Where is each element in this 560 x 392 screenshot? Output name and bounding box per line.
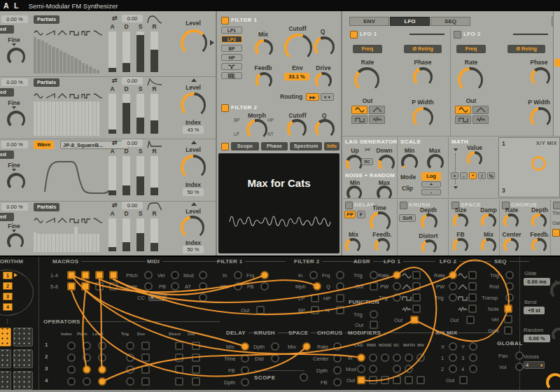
patch-input-jack[interactable] — [393, 293, 401, 302]
patch-output-jack[interactable] — [141, 377, 150, 386]
patch-input-jack[interactable] — [144, 271, 153, 279]
patch-output-jack[interactable] — [109, 282, 118, 290]
patch-output-jack[interactable] — [175, 342, 183, 350]
patch-input-jack[interactable] — [241, 366, 249, 374]
patch-input-jack[interactable] — [393, 365, 401, 373]
patch-input-jack[interactable] — [126, 365, 134, 374]
patch-input-jack[interactable] — [416, 354, 425, 362]
patch-output-jack[interactable] — [175, 377, 183, 386]
patch-input-jack[interactable] — [357, 354, 365, 362]
dropdown[interactable]: 4▾ — [148, 293, 167, 301]
patch-output-jack[interactable] — [192, 354, 200, 362]
knob[interactable] — [552, 328, 560, 342]
patch-input-jack[interactable] — [241, 342, 249, 351]
patch-input-jack[interactable] — [126, 377, 134, 386]
patch-output-jack[interactable] — [141, 342, 150, 350]
patch-input-jack[interactable] — [370, 271, 378, 279]
patch-input-jack[interactable] — [83, 377, 91, 386]
patch-input-jack[interactable] — [333, 366, 342, 374]
patch-input-jack[interactable] — [469, 342, 477, 351]
patch-input-jack[interactable] — [505, 293, 514, 302]
patch-output-jack[interactable] — [95, 282, 104, 290]
patch-output-jack[interactable] — [504, 304, 512, 313]
patch-output-jack[interactable] — [405, 376, 413, 384]
patch-input-jack[interactable] — [67, 365, 76, 374]
patch-output-jack[interactable] — [504, 326, 512, 335]
patch-input-jack[interactable] — [83, 342, 91, 350]
patch-input-jack[interactable] — [393, 271, 401, 279]
patch-input-jack[interactable] — [449, 282, 457, 290]
patch-output-jack[interactable] — [192, 377, 200, 386]
patch-input-jack[interactable] — [381, 354, 389, 362]
patch-input-jack[interactable] — [313, 282, 321, 290]
patch-output-jack[interactable] — [67, 282, 76, 290]
patch-output-jack[interactable] — [357, 376, 365, 384]
patch-input-jack[interactable] — [393, 354, 401, 362]
patch-output-jack[interactable] — [175, 354, 183, 362]
patch-input-jack[interactable] — [505, 282, 514, 290]
knob[interactable] — [546, 373, 560, 391]
patch-input-jack[interactable] — [199, 271, 207, 279]
patch-input-jack[interactable] — [171, 282, 179, 290]
value-box[interactable]: +5 st — [524, 307, 545, 314]
patch-input-jack[interactable] — [515, 363, 524, 371]
value-box[interactable]: 0.00 % — [524, 335, 550, 342]
patch-input-jack[interactable] — [234, 282, 242, 290]
patch-input-jack[interactable] — [98, 365, 106, 374]
patch-input-jack[interactable] — [333, 342, 342, 351]
patch-input-jack[interactable] — [405, 365, 413, 373]
patch-output-jack[interactable] — [412, 293, 421, 302]
patch-output-jack[interactable] — [504, 315, 512, 323]
patch-output-jack[interactable] — [109, 271, 118, 279]
patch-output-jack[interactable] — [412, 304, 421, 313]
patch-input-jack[interactable] — [333, 378, 342, 386]
patch-output-jack[interactable] — [336, 306, 344, 314]
patch-input-jack[interactable] — [505, 271, 514, 279]
patch-input-jack[interactable] — [469, 354, 477, 362]
patch-input-jack[interactable] — [405, 354, 413, 362]
patch-input-jack[interactable] — [449, 271, 457, 279]
patch-output-jack[interactable] — [468, 282, 477, 290]
patch-input-jack[interactable] — [199, 282, 207, 290]
patch-output-jack[interactable] — [336, 294, 344, 302]
patch-output-jack[interactable] — [412, 271, 421, 279]
patch-input-jack[interactable] — [336, 282, 344, 290]
patch-input-jack[interactable] — [369, 354, 377, 362]
patch-input-jack[interactable] — [333, 354, 342, 363]
patch-input-jack[interactable] — [234, 271, 242, 279]
patch-input-jack[interactable] — [98, 354, 106, 362]
patch-output-jack[interactable] — [370, 321, 378, 329]
patch-input-jack[interactable] — [98, 342, 106, 350]
patch-output-jack[interactable] — [466, 316, 475, 324]
patch-input-jack[interactable] — [241, 354, 249, 363]
patch-output-jack[interactable] — [81, 271, 90, 279]
patch-output-jack[interactable] — [381, 376, 389, 384]
patch-output-jack[interactable] — [393, 376, 401, 384]
patch-output-jack[interactable] — [459, 376, 468, 384]
patch-output-jack[interactable] — [311, 306, 319, 314]
patch-output-jack[interactable] — [141, 365, 150, 374]
patch-input-jack[interactable] — [449, 293, 457, 302]
patch-output-jack[interactable] — [416, 376, 425, 384]
patch-output-jack[interactable] — [468, 293, 477, 302]
patch-output-jack[interactable] — [410, 316, 419, 324]
patch-input-jack[interactable] — [241, 378, 249, 386]
patch-input-jack[interactable] — [449, 365, 457, 373]
patch-input-jack[interactable] — [67, 354, 76, 362]
patch-input-jack[interactable] — [67, 377, 76, 386]
value-box[interactable]: 0.00 ms — [524, 278, 550, 286]
patch-input-jack[interactable] — [370, 310, 378, 318]
patch-input-jack[interactable] — [271, 354, 279, 363]
patch-input-jack[interactable] — [126, 354, 134, 362]
patch-input-jack[interactable] — [83, 354, 91, 362]
patch-input-jack[interactable] — [171, 271, 179, 279]
patch-input-jack[interactable] — [357, 365, 365, 373]
patch-output-jack[interactable] — [468, 271, 477, 279]
patch-output-jack[interactable] — [256, 306, 265, 314]
patch-input-jack[interactable] — [83, 365, 91, 374]
patch-input-jack[interactable] — [260, 282, 269, 290]
patch-input-jack[interactable] — [515, 351, 524, 360]
patch-output-jack[interactable] — [141, 354, 150, 362]
knob[interactable] — [550, 281, 560, 300]
patch-input-jack[interactable] — [260, 271, 269, 279]
